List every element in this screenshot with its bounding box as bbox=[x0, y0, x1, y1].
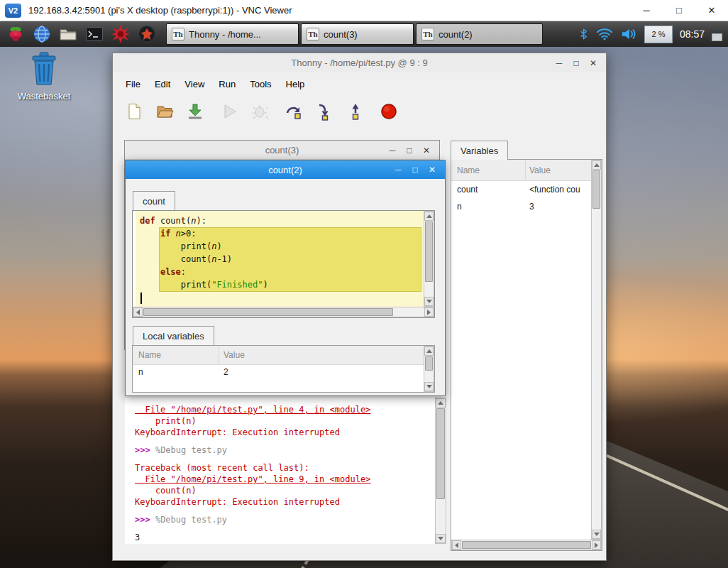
scroll-down-button[interactable] bbox=[424, 382, 434, 391]
wastebasket-desktop-icon[interactable]: Wastebasket bbox=[6, 50, 82, 102]
tab-variables[interactable]: Variables bbox=[451, 141, 508, 160]
debug-bug-icon bbox=[250, 102, 269, 121]
scrollbar-thumb[interactable] bbox=[143, 308, 393, 316]
menu-tools[interactable]: Tools bbox=[243, 75, 278, 93]
scrollbar-thumb[interactable] bbox=[425, 222, 433, 282]
local-variables-header[interactable]: Name Value bbox=[133, 346, 434, 365]
menu-run[interactable]: Run bbox=[211, 75, 243, 93]
scroll-down-button[interactable] bbox=[436, 534, 446, 543]
save-file-button[interactable] bbox=[184, 101, 206, 122]
tab-count[interactable]: count bbox=[133, 191, 175, 210]
step-out-button[interactable] bbox=[344, 101, 365, 122]
shell-pane[interactable]: File "/home/pi/test.py", line 4, in <mod… bbox=[125, 398, 446, 544]
count2-minimize-button[interactable]: ─ bbox=[390, 160, 407, 179]
terminal-launcher-button[interactable] bbox=[84, 23, 105, 45]
stack-trace-link[interactable]: File "/home/pi/test.py", line 9, in <mod… bbox=[135, 474, 370, 484]
table-row[interactable]: n3 bbox=[451, 198, 591, 215]
scroll-up-button[interactable] bbox=[424, 212, 434, 221]
browser-launcher-button[interactable] bbox=[31, 23, 53, 45]
clock[interactable]: 08:57 bbox=[680, 28, 705, 40]
file-manager-launcher-button[interactable] bbox=[57, 23, 79, 45]
column-header-name[interactable]: Name bbox=[138, 350, 161, 360]
scrollbar-thumb[interactable] bbox=[462, 541, 591, 549]
thonny-app-icon: Th bbox=[421, 28, 434, 40]
count3-window-title: count(3) bbox=[265, 145, 299, 155]
variables-table-header[interactable]: Name Value bbox=[451, 160, 602, 181]
debug-script-button[interactable] bbox=[249, 101, 270, 122]
table-row[interactable]: count<function cou bbox=[451, 181, 591, 198]
menu-edit[interactable]: Edit bbox=[148, 75, 177, 93]
tab-local-variables[interactable]: Local variables bbox=[133, 326, 214, 345]
wifi-tray-button[interactable] bbox=[596, 28, 613, 40]
editor-horizontal-scrollbar[interactable] bbox=[133, 307, 434, 317]
variable-name: n bbox=[138, 365, 218, 379]
thonny-titlebar[interactable]: Thonny - /home/pi/test.py @ 9 : 9 ─ □ ✕ bbox=[113, 53, 606, 72]
local-variables-scrollbar[interactable] bbox=[424, 346, 434, 392]
scrollbar-thumb[interactable] bbox=[436, 408, 445, 499]
column-header-name[interactable]: Name bbox=[457, 165, 480, 175]
stop-button[interactable] bbox=[378, 101, 399, 122]
thonny-maximize-button[interactable]: □ bbox=[568, 53, 585, 72]
menu-view[interactable]: View bbox=[177, 75, 211, 93]
scrollbar-thumb[interactable] bbox=[425, 356, 433, 371]
code-token: n bbox=[191, 216, 196, 226]
scroll-down-button[interactable] bbox=[424, 297, 434, 306]
shell-segment: count(n) bbox=[135, 486, 197, 496]
scroll-right-button[interactable] bbox=[424, 307, 434, 317]
scrollbar-thumb[interactable] bbox=[592, 170, 600, 209]
scroll-up-button[interactable] bbox=[436, 398, 446, 408]
scroll-left-button[interactable] bbox=[133, 307, 143, 317]
scroll-right-button[interactable] bbox=[592, 540, 601, 550]
column-header-value[interactable]: Value bbox=[224, 350, 245, 360]
local-variables-rows: n2 bbox=[133, 365, 424, 392]
open-file-button[interactable] bbox=[154, 101, 175, 122]
count3-titlebar[interactable]: count(3) ─ □ ✕ bbox=[125, 141, 439, 160]
shell-vertical-scrollbar[interactable] bbox=[435, 398, 446, 544]
scroll-up-button[interactable] bbox=[592, 160, 601, 170]
thonny-close-button[interactable]: ✕ bbox=[585, 53, 602, 72]
scroll-up-button[interactable] bbox=[424, 346, 434, 356]
menu-launcher-button[interactable] bbox=[5, 23, 26, 45]
taskbar-window-button-2[interactable]: Thcount(3) bbox=[301, 23, 414, 45]
shell-segment: Traceback (most recent call last): bbox=[135, 463, 309, 473]
volume-tray-button[interactable] bbox=[620, 27, 637, 41]
thonny-minimize-button[interactable]: ─ bbox=[551, 53, 568, 72]
shell-output[interactable]: File "/home/pi/test.py", line 4, in <mod… bbox=[125, 398, 435, 544]
mathematica-launcher-button[interactable] bbox=[110, 23, 131, 45]
taskbar-window-button-3[interactable]: Thcount(2) bbox=[416, 23, 543, 45]
menu-help[interactable]: Help bbox=[279, 75, 312, 93]
vnc-minimize-button[interactable]: ─ bbox=[630, 0, 663, 21]
app-launcher-button[interactable] bbox=[136, 23, 158, 45]
tray-widget[interactable] bbox=[712, 33, 722, 41]
bluetooth-tray-button[interactable] bbox=[578, 27, 589, 41]
step-over-button[interactable] bbox=[283, 101, 304, 122]
variables-vertical-scrollbar[interactable] bbox=[591, 160, 602, 540]
count2-titlebar[interactable]: count(2) ─ □ ✕ bbox=[126, 160, 445, 179]
taskbar-window-button-1[interactable]: ThThonny - /home... bbox=[166, 23, 299, 45]
editor-vertical-scrollbar[interactable] bbox=[424, 211, 434, 307]
shell-line: KeyboardInterrupt: Execution interrupted bbox=[135, 496, 435, 508]
vnc-maximize-button[interactable]: □ bbox=[663, 0, 695, 21]
step-into-button[interactable] bbox=[314, 101, 335, 122]
count2-window-title: count(2) bbox=[268, 165, 302, 175]
variables-horizontal-scrollbar[interactable] bbox=[451, 540, 602, 550]
count3-maximize-button[interactable]: □ bbox=[401, 141, 418, 160]
menu-file[interactable]: File bbox=[118, 75, 148, 93]
table-row[interactable]: n2 bbox=[133, 365, 424, 379]
count2-close-button[interactable]: ✕ bbox=[424, 160, 441, 179]
vnc-close-button[interactable]: ✕ bbox=[695, 0, 728, 21]
stack-trace-link[interactable]: File "/home/pi/test.py", line 4, in <mod… bbox=[135, 405, 370, 415]
down-arrow-icon bbox=[426, 385, 432, 388]
count3-minimize-button[interactable]: ─ bbox=[384, 141, 401, 160]
code-region[interactable]: def count(n): if n>0: print(n) count(n-1… bbox=[133, 211, 424, 307]
variable-value: 3 bbox=[529, 198, 591, 215]
new-file-button[interactable] bbox=[123, 101, 145, 122]
count2-maximize-button[interactable]: □ bbox=[407, 160, 424, 179]
scroll-down-button[interactable] bbox=[592, 530, 601, 539]
column-header-value[interactable]: Value bbox=[529, 165, 551, 175]
count3-close-button[interactable]: ✕ bbox=[418, 141, 435, 160]
cpu-usage-monitor[interactable]: 2 % bbox=[644, 26, 673, 43]
scroll-left-button[interactable] bbox=[452, 540, 461, 550]
code-editor[interactable]: def count(n): if n>0: print(n) count(n-1… bbox=[132, 210, 435, 318]
run-script-button[interactable] bbox=[219, 101, 240, 122]
